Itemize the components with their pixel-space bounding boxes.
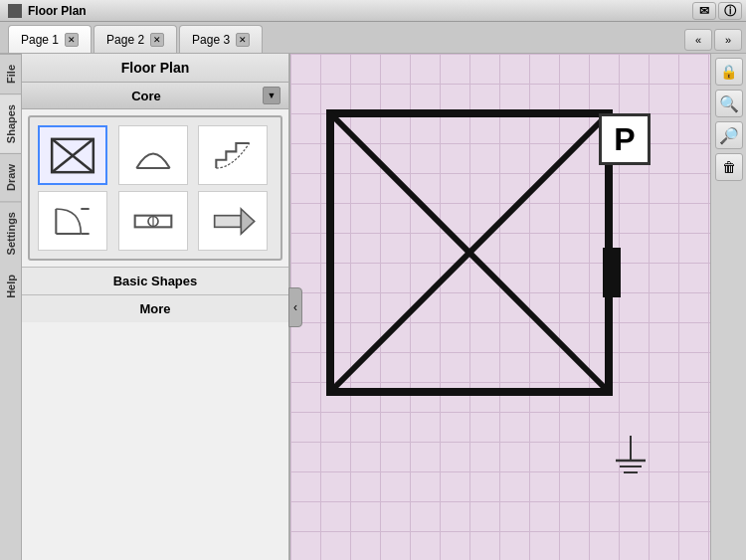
category-label: Core bbox=[30, 89, 263, 103]
shape-cell-door[interactable] bbox=[38, 191, 107, 251]
more-label[interactable]: More bbox=[22, 294, 288, 322]
zoom-out-button[interactable]: 🔎 bbox=[715, 121, 743, 149]
tab-close-page2[interactable]: ✕ bbox=[150, 33, 164, 47]
basic-shapes-label[interactable]: Basic Shapes bbox=[22, 267, 288, 294]
floor-plan-drawing bbox=[310, 93, 629, 412]
lock-icon: 🔒 bbox=[720, 64, 737, 80]
delete-button[interactable]: 🗑 bbox=[715, 153, 743, 181]
panel-title: Floor Plan bbox=[22, 54, 288, 83]
category-dropdown[interactable]: ▼ bbox=[263, 87, 280, 104]
title-bar: Floor Plan ✉ ⓘ bbox=[0, 0, 746, 22]
shape-cell-arrow[interactable] bbox=[198, 191, 268, 251]
main-layout: File Shapes Draw Settings Help Floor Pla… bbox=[0, 54, 746, 560]
shape-stairs-svg bbox=[208, 133, 258, 178]
tab-page1[interactable]: Page 1 ✕ bbox=[8, 25, 92, 53]
zoom-out-icon: 🔎 bbox=[719, 126, 739, 145]
shape-door-svg bbox=[48, 199, 97, 244]
shape-cell-arc[interactable] bbox=[118, 125, 188, 185]
tab-bar: Page 1 ✕ Page 2 ✕ Page 3 ✕ « » bbox=[0, 22, 746, 54]
shape-window-svg bbox=[128, 199, 178, 244]
trash-icon: 🗑 bbox=[722, 159, 736, 175]
shape-arrow-svg bbox=[208, 199, 258, 244]
app-icon bbox=[8, 4, 22, 18]
sidebar-tab-draw[interactable]: Draw bbox=[0, 153, 21, 201]
ground-symbol bbox=[611, 431, 651, 480]
zoom-in-icon: 🔍 bbox=[719, 94, 739, 113]
tab-next-button[interactable]: » bbox=[714, 29, 742, 51]
category-selector[interactable]: Core ▼ bbox=[22, 83, 288, 109]
email-button[interactable]: ✉ bbox=[692, 2, 716, 20]
sidebar-labels: File Shapes Draw Settings Help bbox=[0, 54, 22, 560]
tab-close-page3[interactable]: ✕ bbox=[236, 33, 250, 47]
tab-close-page1[interactable]: ✕ bbox=[65, 33, 79, 47]
tab-nav: « » bbox=[684, 29, 746, 53]
svg-marker-12 bbox=[242, 209, 255, 234]
title-text: Floor Plan bbox=[28, 4, 87, 18]
zoom-in-button[interactable]: 🔍 bbox=[715, 90, 743, 117]
canvas-area[interactable]: P bbox=[290, 54, 710, 560]
sidebar-tab-file[interactable]: File bbox=[0, 54, 21, 93]
sidebar-tab-settings[interactable]: Settings bbox=[0, 201, 21, 265]
parking-sign: P bbox=[599, 113, 651, 165]
shape-cell-wall[interactable] bbox=[38, 125, 107, 185]
svg-rect-16 bbox=[603, 248, 621, 297]
shape-grid bbox=[28, 115, 282, 261]
shape-cell-window[interactable] bbox=[118, 191, 188, 251]
shape-wall-svg bbox=[48, 133, 97, 178]
tab-page2[interactable]: Page 2 ✕ bbox=[93, 25, 177, 53]
tab-page3[interactable]: Page 3 ✕ bbox=[179, 25, 263, 53]
tab-prev-button[interactable]: « bbox=[684, 29, 712, 51]
sidebar-tab-shapes[interactable]: Shapes bbox=[0, 93, 21, 153]
sidebar-tab-help[interactable]: Help bbox=[0, 265, 21, 308]
info-button[interactable]: ⓘ bbox=[718, 2, 742, 20]
shape-panel: Floor Plan Core ▼ bbox=[22, 54, 290, 560]
panel-collapse-button[interactable]: ‹ bbox=[288, 287, 302, 327]
right-toolbar: 🔒 🔍 🔎 🗑 bbox=[710, 54, 746, 560]
shape-arc-svg bbox=[128, 133, 178, 178]
svg-rect-11 bbox=[215, 215, 242, 227]
shape-cell-stairs[interactable] bbox=[198, 125, 268, 185]
lock-button[interactable]: 🔒 bbox=[715, 58, 743, 86]
top-icons: ✉ ⓘ bbox=[692, 0, 746, 22]
